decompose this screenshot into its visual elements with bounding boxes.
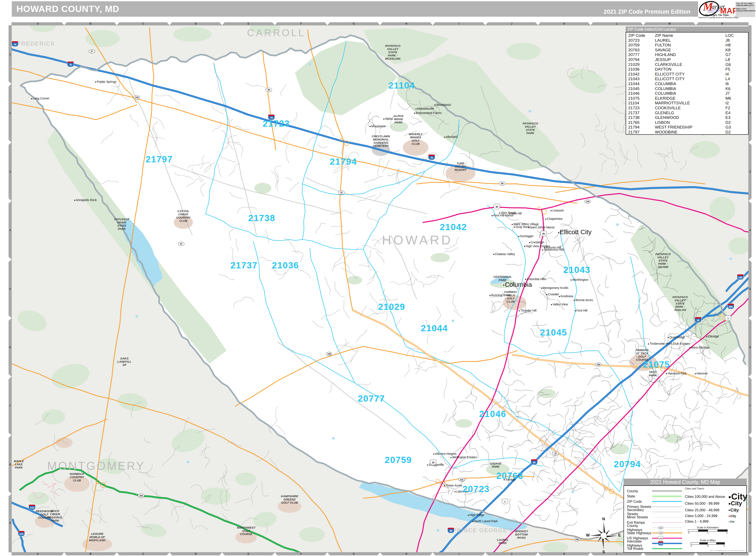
scale-kilometers-title: Scale in Kilometers [688,526,727,529]
zip-name-cell: GLENWOOD [655,115,725,120]
grid-letter-top: N [721,22,723,25]
zip-index-row: 20777HIGHLANDG7 [628,53,748,57]
grid-letter-top: H [405,22,407,25]
loc-cell: D2 [725,120,745,125]
zip-name-cell: COLUMBIA [655,81,725,86]
zip-index-row: 21794WEST FRIENDSHIPG3 [628,125,748,130]
grid-letter-bottom: N [721,552,723,555]
legend-row-swatch: 123 [652,526,682,530]
zip-index-row: 21036DAYTONF5 [628,67,748,72]
legend-title: 2021 Howard County, MD Map [623,479,747,485]
loc-cell: D2 [725,130,745,135]
grid-letter-top: K [563,22,565,25]
compass-s-label: S [602,550,605,554]
zip-index-row: 21043ELLICOTT CITYL4 [628,76,748,81]
grid-number-left: 5 [9,287,11,290]
loc-cell: L8 [725,57,745,62]
legend-row-label: State [627,494,652,498]
zip-name-cell: ELKRIDGE [655,96,725,101]
zip-code-cell: 21104 [628,101,655,106]
zip-name-cell: WOODBINE [655,130,725,135]
legend-city-label: Cities 100,000 and Above [685,495,729,499]
loc-cell: J8 [725,38,745,43]
grid-number-right: 1 [749,53,751,56]
legend-city-sample: City [729,500,742,507]
grid-letter-top: G [353,22,355,25]
scale-miles: Scale in Miles0.51 [691,539,725,547]
compass-rose-icon: NESW [585,517,622,555]
zip-name-cell: GLENELG [655,110,725,115]
zip-index-panel: ZIP Code Index/Grid Locator ZIP CodeZIP … [626,27,749,135]
zip-code-cell: 21043 [628,76,655,81]
zip-name-cell: CLARKSVILLE [655,62,725,67]
zip-index-row: 21044COLUMBIAI6 [628,81,748,86]
scale-kilometers-tick: 2 [726,532,727,534]
zip-code-cell: 21036 [628,67,655,72]
legend-row-zip: ZIP Code [627,499,682,504]
grid-number-left: 7 [9,405,11,407]
grid-number-left: 4 [9,229,11,232]
zip-code-cell: 20777 [628,53,655,57]
grid-number-left: 9 [9,522,11,525]
scale-miles-tick: 1 [723,545,725,547]
grid-letter-bottom: F [300,552,302,555]
zip-code-cell: 21797 [628,130,655,135]
zip-index-row: 21042ELLICOTT CITYI4 [628,72,748,77]
legend-city-label: Cities 25,000 - 49,999 [685,508,729,512]
loc-cell: H8 [725,43,745,48]
zip-index-row: 21104MARRIOTTSVILLEI2 [628,101,748,106]
legend-row-cohwy: County Highways123 [627,525,682,530]
zip-code-cell: 21075 [628,96,655,101]
legend-row-minor: Minor Streets [627,515,682,520]
zip-index-row: 21075ELKRIDGEM6 [628,96,748,101]
zip-index-header-row: ZIP CodeZIP NameLOC [628,33,748,38]
zip-name-cell: COLUMBIA [655,86,725,91]
zip-name-cell: COOKSVILLE [655,106,725,110]
legend-row-swatch [652,515,682,519]
grid-number-right: 7 [749,405,751,407]
legend-city-sample: City [729,508,739,513]
zip-name-cell: MARRIOTTSVILLE [655,101,725,106]
scale-kilometers-tick: 0 [688,532,689,534]
grid-number-left: 2 [9,112,11,115]
city-dot-icon [729,521,729,522]
grid-letter-bottom: B [89,552,91,555]
grid-number-right: 2 [749,112,751,115]
grid-letter-top: M [668,22,671,25]
city-dot-icon [729,503,730,505]
loc-cell: F5 [725,67,745,72]
grid-letter-bottom: D [195,552,197,555]
zip-code-cell: 21794 [628,125,655,130]
scale-miles-title: Scale in Miles [691,539,725,542]
legend-row-sthwy: State Highways123 [627,530,682,535]
zip-code-cell: 21765 [628,120,655,125]
zip-index-row: 20759FULTONH8 [628,43,748,48]
contact-call-label: CALL US TOLL FREE! [736,3,755,4]
zip-index-row: 21045COLUMBIAK6 [628,86,748,91]
zip-index-row: 21723COOKSVILLEF2 [628,106,748,110]
loc-cell: F2 [725,106,745,110]
loc-cell: E3 [725,115,745,120]
scale-miles-tick: .5 [707,545,709,547]
scale-miles-bar [691,542,725,545]
legend-copyright: 2021 © Intelligent Direct, Inc. Mechanic… [710,550,745,552]
zip-index-title: ZIP Code Index/Grid Locator [626,27,749,32]
zip-name-cell: LAUREL [655,38,725,43]
zip-code-cell: 21045 [628,86,655,91]
zip-name-cell: WEST FRIENDSHIP [655,125,725,130]
loc-cell: I4 [725,72,745,77]
logo-subtitle: America's Leading Source of Business Map… [698,16,739,19]
contact-email-label: EMAIL US AT: [736,8,755,10]
legend-row-swatch: 123 [652,536,682,541]
legend-row-swatch [652,510,682,514]
loc-cell: G6 [725,62,745,67]
grid-number-right: 9 [749,522,751,525]
legend-row-label: Toll Roads [627,547,652,551]
grid-letter-bottom: H [405,552,407,555]
loc-cell: E4 [725,110,745,115]
grid-letter-bottom: A [37,552,39,555]
grid-number-right: 3 [749,170,751,173]
grid-letter-top: J [511,22,513,25]
zip-name-cell: ELLICOTT CITY [655,72,725,77]
zip-name-cell: DAYTON [655,67,725,72]
